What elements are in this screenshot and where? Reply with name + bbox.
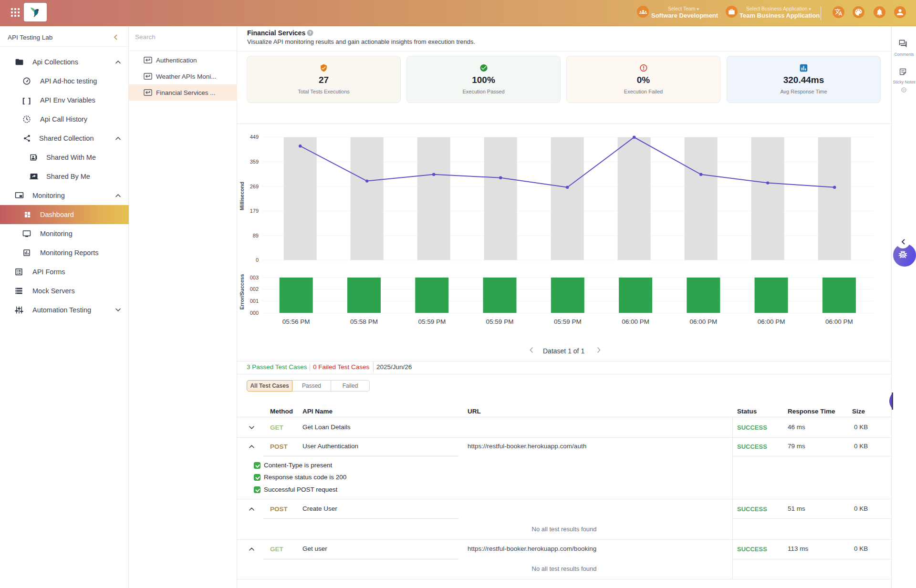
svg-text:89: 89 (253, 233, 259, 238)
svg-text:0: 0 (256, 257, 259, 263)
svg-text:05:59 PM: 05:59 PM (418, 318, 446, 325)
svg-text:05:58 PM: 05:58 PM (350, 318, 378, 325)
svg-text:Millisecond: Millisecond (239, 182, 245, 210)
svg-text:000: 000 (250, 310, 259, 316)
svg-text:05:56 PM: 05:56 PM (282, 318, 310, 325)
svg-text:003: 003 (250, 275, 259, 280)
svg-text:05:59 PM: 05:59 PM (486, 318, 514, 325)
svg-text:06:00 PM: 06:00 PM (622, 318, 649, 325)
svg-text:06:00 PM: 06:00 PM (825, 318, 853, 325)
svg-text:449: 449 (250, 134, 259, 140)
svg-text:06:00 PM: 06:00 PM (758, 318, 785, 325)
svg-text:001: 001 (250, 298, 259, 304)
svg-text:06:00 PM: 06:00 PM (690, 318, 718, 325)
svg-text:269: 269 (250, 184, 259, 189)
svg-text:179: 179 (250, 208, 259, 214)
svg-text:05:59 PM: 05:59 PM (554, 318, 582, 325)
svg-text:002: 002 (250, 286, 259, 292)
svg-text:?: ? (309, 31, 312, 35)
svg-text:Error/Success: Error/Success (239, 274, 245, 310)
svg-text:359: 359 (250, 159, 259, 165)
